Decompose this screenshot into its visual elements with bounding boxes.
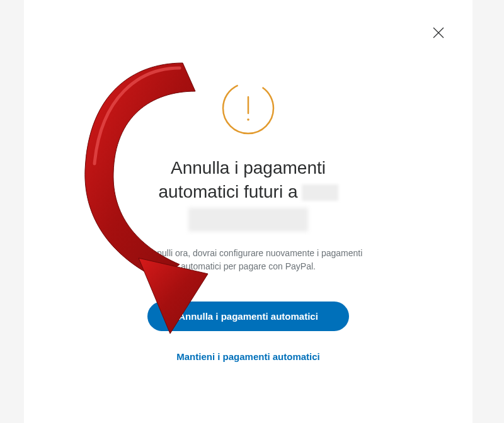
cancel-automatic-payments-dialog: Annulla i pagamenti automatici futuri a … (24, 0, 472, 423)
title-line-1: Annulla i pagamenti (116, 156, 381, 180)
close-button[interactable] (431, 25, 446, 40)
close-icon (431, 25, 446, 40)
cancel-payments-button[interactable]: Annulla i pagamenti automatici (147, 302, 349, 331)
dialog-description: Se annulli ora, dovrai configurare nuova… (129, 247, 368, 274)
redacted-merchant-name-line2 (188, 208, 308, 232)
dialog-title: Annulla i pagamenti automatici futuri a (116, 156, 381, 232)
dialog-content: Annulla i pagamenti automatici futuri a … (24, 0, 472, 363)
redacted-merchant-name (302, 184, 338, 201)
keep-payments-link[interactable]: Mantieni i pagamenti automatici (176, 351, 320, 362)
title-line-2: automatici futuri a (116, 180, 381, 204)
warning-circle-icon (220, 81, 276, 138)
svg-point-4 (247, 118, 249, 121)
